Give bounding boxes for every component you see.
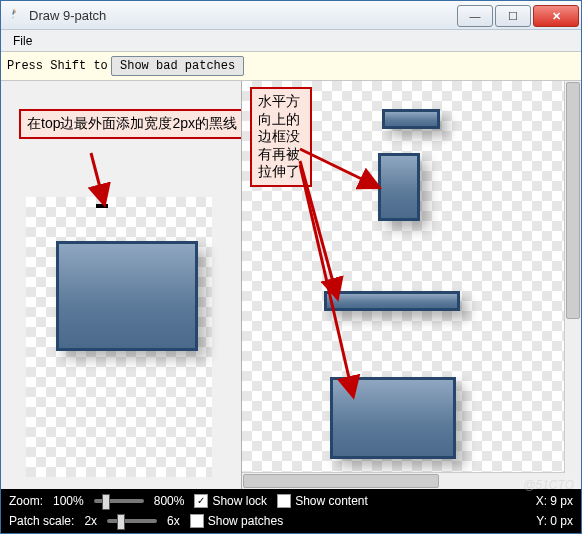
watermark: @51CTO	[523, 478, 574, 492]
preview-shape-4	[330, 377, 456, 459]
annotation-no-stretch: 水平方向上的边框没有再被拉伸了	[250, 87, 312, 187]
toolbar-hint: Press Shift to er	[7, 59, 111, 73]
show-content-checkbox[interactable]: Show content	[277, 494, 368, 508]
zoom-label: Zoom:	[9, 494, 43, 508]
zoom-min: 100%	[53, 494, 84, 508]
annotation-top-line: 在top边最外面添加宽度2px的黑线	[19, 109, 242, 139]
preview-pane[interactable]: 水平方向上的边框没有再被拉伸了	[242, 81, 581, 489]
close-button[interactable]: ✕	[533, 5, 579, 27]
patch-scale-min: 2x	[84, 514, 97, 528]
annotation-top-line-text: 在top边最外面添加宽度2px的黑线	[27, 115, 237, 131]
preview-shape-3	[324, 291, 460, 311]
workarea: 在top边最外面添加宽度2px的黑线 水平方向上的边框没有再被拉伸了	[1, 81, 581, 489]
menu-file[interactable]: File	[5, 32, 40, 50]
preview-shape-2	[378, 153, 420, 221]
minimize-button[interactable]: —	[457, 5, 493, 27]
show-lock-label: Show lock	[212, 494, 267, 508]
scrollbar-thumb[interactable]	[243, 474, 439, 488]
preview-shape-1	[382, 109, 440, 129]
show-lock-checkbox[interactable]: ✓Show lock	[194, 494, 267, 508]
cursor-y: Y: 0 px	[536, 514, 573, 528]
nine-patch-source-image[interactable]	[56, 241, 198, 351]
java-app-icon	[7, 7, 23, 23]
maximize-button[interactable]: ☐	[495, 5, 531, 27]
show-bad-patches-button[interactable]: Show bad patches	[111, 56, 244, 76]
preview-vertical-scrollbar[interactable]	[564, 81, 581, 473]
menubar: File	[1, 30, 581, 52]
nine-patch-top-marker	[96, 204, 108, 208]
statusbar: Zoom: 100% 800% ✓Show lock Show content …	[1, 489, 581, 533]
patch-scale-slider[interactable]	[107, 519, 157, 523]
cursor-x: X: 9 px	[536, 494, 573, 508]
patch-scale-label: Patch scale:	[9, 514, 74, 528]
zoom-max: 800%	[154, 494, 185, 508]
annotation-no-stretch-text: 水平方向上的边框没有再被拉伸了	[258, 93, 300, 179]
window-buttons: — ☐ ✕	[457, 3, 581, 27]
scrollbar-thumb[interactable]	[566, 82, 580, 319]
show-content-label: Show content	[295, 494, 368, 508]
svg-line-0	[91, 153, 103, 199]
app-window: Draw 9-patch — ☐ ✕ File Press Shift to e…	[0, 0, 582, 534]
patch-scale-max: 6x	[167, 514, 180, 528]
window-title: Draw 9-patch	[29, 8, 457, 23]
zoom-slider[interactable]	[94, 499, 144, 503]
toolbar: Press Shift to er Show bad patches	[1, 52, 581, 81]
preview-horizontal-scrollbar[interactable]	[242, 472, 565, 489]
show-patches-label: Show patches	[208, 514, 283, 528]
editor-pane[interactable]: 在top边最外面添加宽度2px的黑线	[1, 81, 242, 489]
show-patches-checkbox[interactable]: Show patches	[190, 514, 283, 528]
titlebar[interactable]: Draw 9-patch — ☐ ✕	[1, 1, 581, 30]
